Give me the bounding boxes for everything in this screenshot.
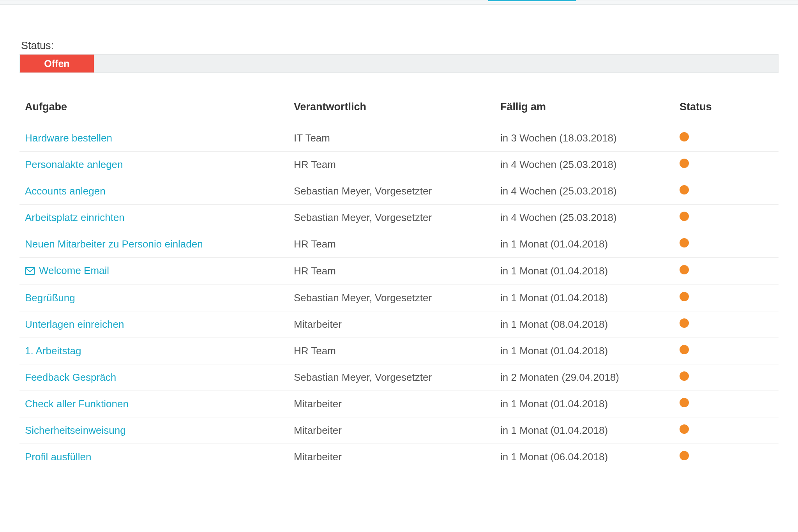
task-link-label: Personalakte anlegen [25,159,123,170]
cell-due: in 1 Monat (06.04.2018) [495,444,674,470]
task-link[interactable]: Begrüßung [25,292,75,304]
table-row: Check aller FunktionenMitarbeiterin 1 Mo… [19,391,779,417]
task-link-label: 1. Arbeitstag [25,345,81,357]
tasks-panel: Status: Offen Aufgabe Verantwortlich Fäl… [0,5,798,478]
cell-status [674,364,779,391]
cell-task: Hardware bestellen [19,125,288,152]
cell-status [674,205,779,231]
cell-responsible: Sebastian Meyer, Vorgesetzter [288,205,495,231]
status-dot-open [680,265,689,274]
tasks-table: Aufgabe Verantwortlich Fällig am Status … [19,92,779,470]
task-link-label: Profil ausfüllen [25,451,92,463]
status-dot-open [680,398,689,407]
status-dot-open [680,212,689,221]
cell-due: in 4 Wochen (25.03.2018) [495,178,674,205]
cell-task: Unterlagen einreichen [19,311,288,338]
task-link-label: Check aller Funktionen [25,398,129,410]
cell-status [674,258,779,285]
cell-due: in 1 Monat (01.04.2018) [495,417,674,444]
cell-task: Begrüßung [19,285,288,311]
table-row: 1. ArbeitstagHR Teamin 1 Monat (01.04.20… [19,338,779,364]
cell-status [674,231,779,258]
cell-status [674,311,779,338]
cell-status [674,285,779,311]
status-dot-open [680,318,689,328]
cell-status [674,125,779,152]
cell-task: Check aller Funktionen [19,391,288,417]
task-link[interactable]: Arbeitsplatz einrichten [25,212,125,223]
cell-responsible: HR Team [288,338,495,364]
status-dot-open [680,371,689,381]
task-link[interactable]: Personalakte anlegen [25,159,123,170]
active-tab-indicator [488,0,576,1]
table-row: Profil ausfüllenMitarbeiterin 1 Monat (0… [19,444,779,470]
cell-responsible: Sebastian Meyer, Vorgesetzter [288,285,495,311]
cell-status [674,338,779,364]
task-link[interactable]: Sicherheitseinweisung [25,424,126,436]
mail-icon [25,265,35,277]
task-link[interactable]: Check aller Funktionen [25,398,129,410]
cell-due: in 1 Monat (08.04.2018) [495,311,674,338]
cell-status [674,417,779,444]
task-link[interactable]: Neuen Mitarbeiter zu Personio einladen [25,238,203,250]
table-row: Feedback GesprächSebastian Meyer, Vorges… [19,364,779,391]
task-link-label: Welcome Email [39,265,109,276]
cell-due: in 1 Monat (01.04.2018) [495,338,674,364]
cell-responsible: Mitarbeiter [288,311,495,338]
cell-responsible: Mitarbeiter [288,444,495,470]
cell-task: Feedback Gespräch [19,364,288,391]
task-link[interactable]: Welcome Email [25,265,109,276]
cell-status [674,444,779,470]
col-header-responsible[interactable]: Verantwortlich [288,92,495,125]
task-link-label: Arbeitsplatz einrichten [25,212,125,223]
cell-responsible: HR Team [288,231,495,258]
status-dot-open [680,185,689,194]
col-header-status[interactable]: Status [674,92,779,125]
cell-responsible: HR Team [288,258,495,285]
table-header-row: Aufgabe Verantwortlich Fällig am Status [19,92,779,125]
task-link-label: Feedback Gespräch [25,371,116,383]
task-link-label: Sicherheitseinweisung [25,424,126,436]
cell-responsible: Mitarbeiter [288,391,495,417]
svg-rect-0 [25,267,35,274]
task-link[interactable]: Feedback Gespräch [25,371,116,383]
status-dot-open [680,132,689,141]
status-filter-pill-open[interactable]: Offen [20,55,94,72]
status-dot-open [680,159,689,168]
cell-task: Personalakte anlegen [19,152,288,178]
cell-due: in 1 Monat (01.04.2018) [495,258,674,285]
task-link[interactable]: Profil ausfüllen [25,451,92,463]
status-dot-open [680,451,689,460]
status-dot-open [680,292,689,301]
task-link[interactable]: 1. Arbeitstag [25,345,81,357]
cell-due: in 1 Monat (01.04.2018) [495,285,674,311]
status-filter-bar: Offen [19,54,779,73]
col-header-task[interactable]: Aufgabe [19,92,288,125]
cell-responsible: HR Team [288,152,495,178]
task-link[interactable]: Accounts anlegen [25,185,106,197]
table-row: Welcome EmailHR Teamin 1 Monat (01.04.20… [19,258,779,285]
col-header-due[interactable]: Fällig am [495,92,674,125]
cell-responsible: Sebastian Meyer, Vorgesetzter [288,364,495,391]
cell-status [674,178,779,205]
table-row: Personalakte anlegenHR Teamin 4 Wochen (… [19,152,779,178]
cell-responsible: Mitarbeiter [288,417,495,444]
cell-task: Accounts anlegen [19,178,288,205]
table-row: Accounts anlegenSebastian Meyer, Vorgese… [19,178,779,205]
table-row: Arbeitsplatz einrichtenSebastian Meyer, … [19,205,779,231]
table-row: Neuen Mitarbeiter zu Personio einladenHR… [19,231,779,258]
cell-task: 1. Arbeitstag [19,338,288,364]
cell-task: Welcome Email [19,258,288,285]
cell-responsible: IT Team [288,125,495,152]
task-link[interactable]: Unterlagen einreichen [25,318,124,330]
cell-task: Neuen Mitarbeiter zu Personio einladen [19,231,288,258]
cell-status [674,152,779,178]
status-dot-open [680,345,689,354]
cell-task: Arbeitsplatz einrichten [19,205,288,231]
task-link[interactable]: Hardware bestellen [25,132,112,144]
cell-due: in 4 Wochen (25.03.2018) [495,205,674,231]
task-link-label: Begrüßung [25,292,75,304]
task-link-label: Neuen Mitarbeiter zu Personio einladen [25,238,203,250]
table-row: BegrüßungSebastian Meyer, Vorgesetzterin… [19,285,779,311]
status-dot-open [680,238,689,247]
